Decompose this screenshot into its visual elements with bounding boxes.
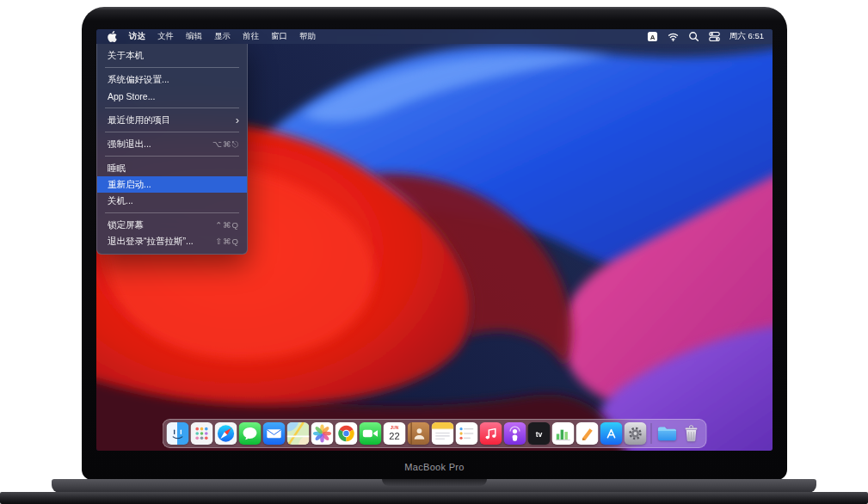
menubar-menu-window[interactable]: 窗口	[271, 31, 287, 42]
dock-others	[656, 422, 703, 445]
dock-icon-reminders[interactable]	[456, 422, 478, 445]
menu-item-label: 关机...	[108, 195, 239, 207]
svg-text:JUN: JUN	[391, 426, 399, 430]
menu-item-label: 关于本机	[108, 50, 239, 62]
apple-menu-item-restart[interactable]: 重新启动...	[97, 176, 247, 193]
menu-item-label: 锁定屏幕	[108, 219, 215, 231]
menubar-menu-go[interactable]: 前往	[243, 31, 259, 42]
macbook-base	[52, 479, 816, 493]
apple-menu-button[interactable]	[108, 29, 117, 44]
dock-icon-mail[interactable]	[263, 422, 286, 445]
dock-icon-messages[interactable]	[239, 422, 262, 445]
dock-icon-chrome[interactable]	[336, 422, 358, 445]
input-source-icon[interactable]: A	[647, 31, 658, 42]
menubar-menu-view[interactable]: 显示	[214, 31, 231, 42]
control-center-icon[interactable]	[709, 31, 720, 42]
dock-icon-calendar[interactable]: JUN22	[384, 422, 406, 445]
menu-separator	[105, 108, 239, 108]
submenu-arrow-icon: ›	[236, 114, 239, 126]
menu-item-label: 睡眠	[108, 163, 239, 175]
menu-separator	[105, 156, 239, 157]
macbook-device: 访达文件编辑显示前往窗口帮助 A 周六 6:51 关于本机系统偏好设置...Ap…	[0, 0, 868, 504]
menu-bar-status: A 周六 6:51	[647, 29, 773, 44]
apple-menu-item-log-out[interactable]: 退出登录“拉普拉斯”...⇧⌘Q	[97, 233, 247, 249]
menu-item-label: 强制退出...	[108, 138, 212, 151]
menu-item-label: 重新启动...	[108, 179, 239, 191]
menubar-menu-file[interactable]: 文件	[157, 31, 174, 42]
dock-separator	[651, 423, 652, 444]
apple-menu-item-app-store[interactable]: App Store...	[97, 88, 247, 104]
dock-icon-launchpad[interactable]	[191, 422, 213, 445]
menubar-menu-edit[interactable]: 编辑	[186, 31, 202, 42]
screen: 访达文件编辑显示前往窗口帮助 A 周六 6:51 关于本机系统偏好设置...Ap…	[96, 29, 773, 451]
menu-item-label: 最近使用的项目	[108, 114, 236, 126]
apple-menu-item-about[interactable]: 关于本机	[97, 47, 247, 64]
apple-menu-item-sleep[interactable]: 睡眠	[97, 160, 247, 176]
dock-icon-notes[interactable]	[432, 422, 454, 445]
apple-logo-icon	[108, 31, 117, 42]
dock-icon-downloads-folder[interactable]	[656, 422, 679, 445]
apple-menu-item-force-quit[interactable]: 强制退出...⌥⌘⎋	[97, 136, 247, 152]
menu-item-shortcut: ⌃⌘Q	[215, 220, 239, 230]
svg-text:tv: tv	[536, 430, 543, 439]
dock-icon-music[interactable]	[480, 422, 502, 445]
apple-menu-item-system-preferences[interactable]: 系统偏好设置...	[97, 71, 247, 88]
menu-item-shortcut: ⇧⌘Q	[215, 237, 239, 246]
dock-icon-appstore[interactable]	[600, 422, 623, 445]
device-model-label: MacBook Pro	[82, 462, 787, 472]
apple-menu-item-lock-screen[interactable]: 锁定屏幕⌃⌘Q	[97, 217, 247, 233]
svg-text:22: 22	[389, 431, 399, 441]
spotlight-icon[interactable]	[688, 31, 699, 42]
menu-item-label: 退出登录“拉普拉斯”...	[108, 236, 215, 248]
apple-menu-item-shut-down[interactable]: 关机...	[97, 193, 247, 209]
macbook-base-front	[0, 492, 868, 504]
menu-bar-clock[interactable]: 周六 6:51	[729, 31, 764, 42]
dock-icon-facetime[interactable]	[360, 422, 382, 445]
menu-bar-status-icons: A	[647, 31, 720, 42]
menu-separator	[105, 212, 239, 213]
dock-icon-trash[interactable]	[680, 422, 703, 445]
menu-bar-left: 访达文件编辑显示前往窗口帮助	[96, 29, 316, 44]
menu-separator	[105, 132, 239, 132]
dock: JUN22tv	[163, 419, 707, 448]
menu-item-shortcut: ⌥⌘⎋	[212, 139, 239, 150]
menu-separator	[105, 67, 239, 68]
dock-icon-settings[interactable]	[625, 422, 647, 445]
menubar-menu-finder[interactable]: 访达	[129, 31, 145, 42]
dock-icon-numbers[interactable]	[552, 422, 575, 445]
dock-apps: JUN22tv	[167, 422, 647, 445]
menubar-menu-help[interactable]: 帮助	[299, 31, 316, 42]
menu-bar-menus: 访达文件编辑显示前往窗口帮助	[129, 31, 316, 42]
dock-icon-tv[interactable]: tv	[528, 422, 551, 445]
dock-icon-finder[interactable]	[167, 422, 189, 445]
apple-menu-item-recent-items[interactable]: 最近使用的项目›	[97, 112, 247, 128]
dock-icon-safari[interactable]	[215, 422, 237, 445]
dock-icon-contacts[interactable]	[408, 422, 430, 445]
macbook-lid: 访达文件编辑显示前往窗口帮助 A 周六 6:51 关于本机系统偏好设置...Ap…	[82, 7, 787, 480]
svg-text:A: A	[650, 34, 656, 41]
menu-item-label: App Store...	[108, 91, 239, 101]
menu-bar: 访达文件编辑显示前往窗口帮助 A 周六 6:51	[96, 29, 773, 44]
dock-icon-photos[interactable]	[311, 422, 334, 445]
dock-icon-podcasts[interactable]	[504, 422, 526, 445]
dock-icon-maps[interactable]	[287, 422, 310, 445]
macbook-base-notch	[382, 479, 487, 486]
menu-item-label: 系统偏好设置...	[108, 74, 239, 86]
wifi-icon[interactable]	[668, 31, 679, 42]
dock-icon-pages[interactable]	[576, 422, 599, 445]
apple-menu-dropdown: 关于本机系统偏好设置...App Store...最近使用的项目›强制退出...…	[96, 44, 248, 255]
